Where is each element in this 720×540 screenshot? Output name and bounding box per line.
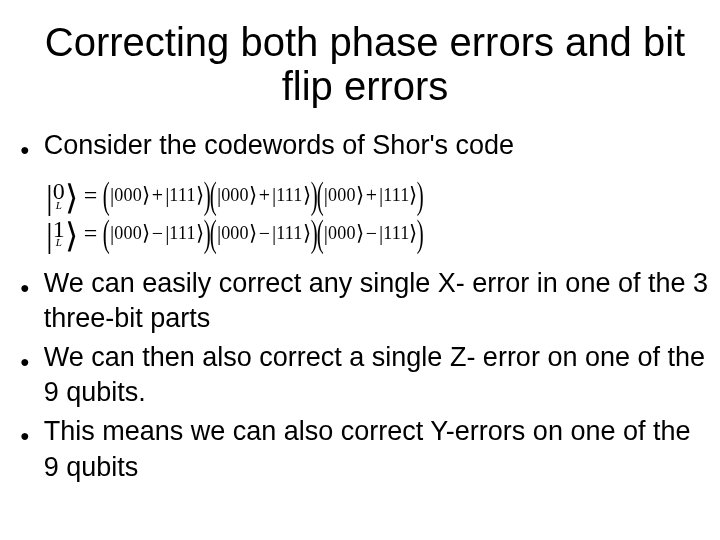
equals-sign: = — [84, 182, 98, 209]
bullet-item-1: ● Consider the codewords of Shor's code — [20, 128, 710, 163]
equation-0L: | 0 L ⟩ = ( |000⟩ + |111⟩ ) ( |000⟩ + |1… — [46, 181, 710, 210]
bullet-text: We can then also correct a single Z- err… — [44, 340, 710, 410]
bullet-text: This means we can also correct Y-errors … — [44, 414, 710, 484]
bullet-list-2: ● We can easily correct any single X- er… — [20, 266, 710, 485]
bullet-text: Consider the codewords of Shor's code — [44, 128, 514, 163]
equation-block: | 0 L ⟩ = ( |000⟩ + |111⟩ ) ( |000⟩ + |1… — [46, 181, 710, 248]
slide-title: Correcting both phase errors and bit fli… — [20, 20, 710, 108]
ket-0L: | 0 L ⟩ — [46, 181, 78, 210]
bullet-list: ● Consider the codewords of Shor's code — [20, 128, 710, 163]
factor-1: ( |000⟩ + |111⟩ ) — [103, 183, 210, 208]
factor-3: ( |000⟩ + |111⟩ ) — [317, 183, 424, 208]
factor-3: ( |000⟩ − |111⟩ ) — [317, 221, 424, 246]
bullet-item-2: ● We can easily correct any single X- er… — [20, 266, 710, 336]
equation-1L: | 1 L ⟩ = ( |000⟩ − |111⟩ ) ( |000⟩ − |1… — [46, 219, 710, 248]
bullet-item-3: ● We can then also correct a single Z- e… — [20, 340, 710, 410]
bullet-icon: ● — [20, 352, 30, 373]
factor-2: ( |000⟩ − |111⟩ ) — [210, 221, 317, 246]
bullet-icon: ● — [20, 278, 30, 299]
bullet-item-4: ● This means we can also correct Y-error… — [20, 414, 710, 484]
ket-1L: | 1 L ⟩ — [46, 219, 78, 248]
equals-sign: = — [84, 220, 98, 247]
factor-2: ( |000⟩ + |111⟩ ) — [210, 183, 317, 208]
bullet-icon: ● — [20, 140, 30, 161]
factor-1: ( |000⟩ − |111⟩ ) — [103, 221, 210, 246]
slide: Correcting both phase errors and bit fli… — [0, 0, 720, 540]
bullet-icon: ● — [20, 426, 30, 447]
bullet-text: We can easily correct any single X- erro… — [44, 266, 710, 336]
